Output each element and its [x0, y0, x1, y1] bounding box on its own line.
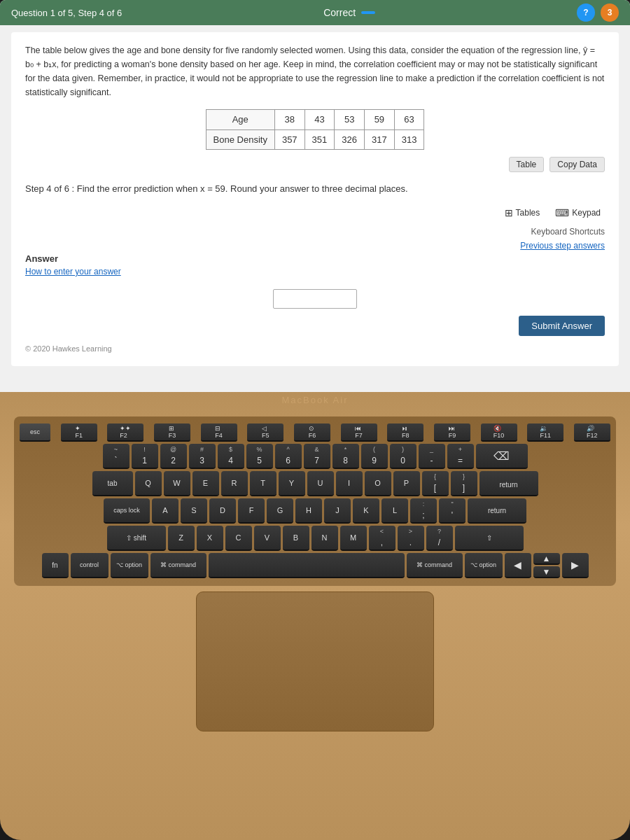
- 8-key[interactable]: *8: [332, 444, 359, 469]
- t-key[interactable]: T: [250, 471, 276, 496]
- f12-key[interactable]: 🔊F12: [574, 424, 610, 442]
- 1-key[interactable]: !1: [132, 444, 158, 469]
- tables-button[interactable]: ⊞ Tables: [500, 206, 545, 220]
- keypad-button[interactable]: ⌨ Keypad: [551, 206, 605, 220]
- f7-key[interactable]: ⏮F7: [341, 424, 377, 442]
- keyboard-shortcuts-link[interactable]: Keyboard Shortcuts: [25, 225, 605, 238]
- 4-key[interactable]: $4: [218, 444, 244, 469]
- y-key[interactable]: Y: [279, 471, 305, 496]
- rshift-key[interactable]: ⇧: [455, 526, 524, 551]
- u-key[interactable]: U: [307, 471, 334, 496]
- f8-key[interactable]: ⏯F8: [387, 424, 424, 442]
- 9-key[interactable]: (9: [361, 444, 388, 469]
- right-arrow-key[interactable]: ▶: [562, 553, 589, 578]
- down-arrow-key[interactable]: ▼: [533, 566, 560, 578]
- backspace-key[interactable]: ⌫: [476, 444, 528, 469]
- control-key[interactable]: control: [71, 553, 108, 578]
- caps-lock-key[interactable]: caps lock: [104, 498, 150, 524]
- slash-key[interactable]: ?/: [426, 526, 453, 551]
- answer-label-row: Answer How to enter your answer: [25, 252, 605, 279]
- l-key[interactable]: L: [382, 498, 408, 524]
- bone-density-label: Bone Density: [206, 130, 274, 150]
- k-key[interactable]: K: [353, 498, 379, 524]
- j-key[interactable]: J: [324, 498, 351, 524]
- i-key[interactable]: I: [336, 471, 363, 496]
- f1-key[interactable]: ✦F1: [61, 424, 97, 442]
- a-key[interactable]: A: [152, 498, 178, 524]
- r-key[interactable]: R: [221, 471, 248, 496]
- v-key[interactable]: V: [254, 526, 281, 551]
- esc-key[interactable]: esc: [20, 424, 50, 442]
- semicolon-key[interactable]: :;: [410, 498, 437, 524]
- 2-key[interactable]: @2: [160, 444, 187, 469]
- submit-row: Submit Answer: [25, 316, 605, 336]
- n-key[interactable]: N: [312, 526, 338, 551]
- answer-section: ⊞ Tables ⌨ Keypad Keyboard Shortcuts Pre…: [25, 206, 605, 309]
- period-key[interactable]: >.: [398, 526, 424, 551]
- top-bar-right: ? 3: [577, 4, 619, 22]
- f11-key[interactable]: 🔉F11: [527, 424, 564, 442]
- c-key[interactable]: C: [225, 526, 252, 551]
- 3-key[interactable]: #3: [189, 444, 216, 469]
- help-button[interactable]: ?: [577, 4, 595, 22]
- table-button[interactable]: Table: [509, 157, 545, 172]
- answer-input[interactable]: [273, 289, 357, 309]
- 6-key[interactable]: ^6: [275, 444, 302, 469]
- f6-key[interactable]: ⊙F6: [294, 424, 330, 442]
- screen: Question 1 of 5, Step 4 of 6 Correct ? 3…: [0, 0, 630, 392]
- roption-key[interactable]: ⌥ option: [465, 553, 503, 578]
- s-key[interactable]: S: [181, 498, 207, 524]
- f-key[interactable]: F: [238, 498, 265, 524]
- h-key[interactable]: H: [295, 498, 322, 524]
- d-key[interactable]: D: [209, 498, 236, 524]
- m-key[interactable]: M: [340, 526, 367, 551]
- e-key[interactable]: E: [192, 471, 219, 496]
- minus-key[interactable]: _-: [419, 444, 445, 469]
- w-key[interactable]: W: [164, 471, 190, 496]
- f9-key[interactable]: ⏭F9: [434, 424, 470, 442]
- return-key2[interactable]: return: [468, 498, 526, 524]
- loption-key[interactable]: ⌥ option: [111, 553, 148, 578]
- f10-key[interactable]: 🔇F10: [481, 424, 517, 442]
- rbracket-key[interactable]: }]: [451, 471, 477, 496]
- submit-button[interactable]: Submit Answer: [519, 316, 605, 336]
- b-key[interactable]: B: [283, 526, 309, 551]
- z-key[interactable]: Z: [168, 526, 195, 551]
- tab-key[interactable]: tab: [92, 471, 133, 496]
- 7-key[interactable]: &7: [304, 444, 330, 469]
- how-to-enter-link[interactable]: How to enter your answer: [25, 265, 605, 278]
- 0-key[interactable]: )0: [390, 444, 416, 469]
- f5-key[interactable]: ◁F5: [247, 424, 284, 442]
- g-key[interactable]: G: [267, 498, 293, 524]
- f2-key[interactable]: ✦✦F2: [107, 424, 144, 442]
- fn-key[interactable]: fn: [42, 553, 69, 578]
- lshift-key[interactable]: ⇧ shift: [107, 526, 166, 551]
- bone-val-4: 317: [365, 130, 395, 150]
- copy-data-button[interactable]: Copy Data: [550, 157, 605, 172]
- updown-arrow-keys: ▲ ▼: [533, 553, 560, 578]
- touchpad[interactable]: [196, 592, 434, 732]
- keypad-label: Keypad: [572, 208, 601, 218]
- up-arrow-key[interactable]: ▲: [533, 553, 560, 565]
- space-key[interactable]: [209, 553, 405, 578]
- 5-key[interactable]: %5: [246, 444, 273, 469]
- return-key[interactable]: return: [479, 471, 538, 496]
- bottom-row: fn control ⌥ option ⌘ command ⌘ command …: [20, 553, 610, 578]
- lcommand-key[interactable]: ⌘ command: [150, 553, 206, 578]
- age-val-1: 38: [274, 110, 304, 130]
- rcommand-key[interactable]: ⌘ command: [407, 553, 463, 578]
- o-key[interactable]: O: [365, 471, 391, 496]
- q-key[interactable]: Q: [135, 471, 162, 496]
- comma-key[interactable]: <,: [369, 526, 396, 551]
- left-arrow-key[interactable]: ◀: [505, 553, 531, 578]
- quote-key[interactable]: "': [439, 498, 465, 524]
- laptop-body: MacBook Air esc ✦F1 ✦✦F2 ⊞F3 ⊟F4 ◁F5 ⊙F6…: [0, 392, 630, 840]
- prev-step-link[interactable]: Previous step answers: [25, 239, 605, 252]
- grave-key[interactable]: ~`: [103, 444, 130, 469]
- f4-key[interactable]: ⊟F4: [201, 424, 237, 442]
- f3-key[interactable]: ⊞F3: [154, 424, 190, 442]
- x-key[interactable]: X: [197, 526, 223, 551]
- lbracket-key[interactable]: {[: [422, 471, 449, 496]
- equal-key[interactable]: +=: [447, 444, 474, 469]
- p-key[interactable]: P: [393, 471, 420, 496]
